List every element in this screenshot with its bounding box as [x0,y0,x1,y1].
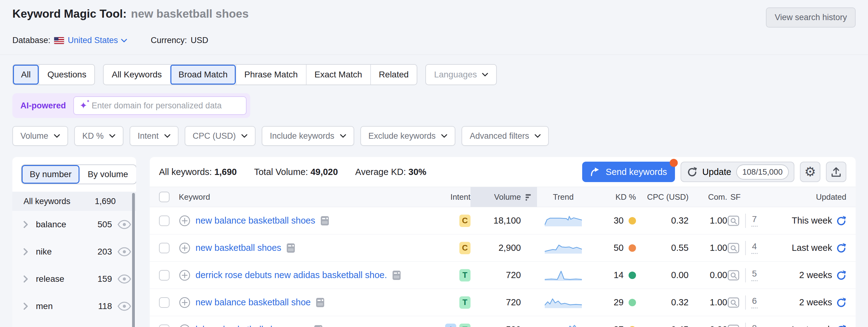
tab-all-keywords[interactable]: All Keywords [104,65,170,85]
stat-average-kd: Average KD: 30% [355,167,426,177]
trend-sparkline [545,297,582,308]
volume-value: 18,100 [470,216,537,226]
row-checkbox[interactable] [159,270,169,280]
serp-preview-button[interactable] [727,296,740,309]
tab-exact-match[interactable]: Exact Match [306,65,370,85]
keyword-link[interactable]: new balance basketball shoe [195,297,311,307]
row-checkbox[interactable] [159,297,169,308]
languages-label: Languages [434,70,477,80]
table-row: new basketball shoesC2,900500.551.004Las… [150,235,856,262]
filters-row: VolumeKD %IntentCPC (USD)Include keyword… [12,126,856,146]
column-cpc[interactable]: CPC (USD) [636,192,689,202]
keyword-link[interactable]: lebron basketball shoes new [195,325,309,327]
row-checkbox[interactable] [159,325,169,327]
column-keyword[interactable]: Keyword [179,192,430,202]
column-sf[interactable]: SF [727,192,774,202]
keyword-link[interactable]: derrick rose debuts new adidas basketbal… [195,270,387,280]
column-trend[interactable]: Trend [537,192,590,202]
filter-volume[interactable]: Volume [12,126,68,146]
chevron-down-icon [121,39,127,43]
column-intent[interactable]: Intent [430,192,470,202]
sf-count[interactable]: 4 [751,242,757,254]
serp-features-icon[interactable] [315,297,325,308]
serp-preview-button[interactable] [727,242,740,254]
add-keyword-icon[interactable] [179,324,191,327]
group-item-men[interactable]: men118 [12,293,136,320]
group-item-adidas[interactable]: adidas75 [12,320,136,327]
toggle-by-volume[interactable]: By volume [80,165,136,184]
add-keyword-icon[interactable] [179,297,191,308]
column-com[interactable]: Com. [689,192,727,202]
serp-features-icon[interactable] [392,270,401,280]
serp-features-icon[interactable] [314,325,323,327]
tab-questions[interactable]: Questions [39,65,94,85]
kd-difficulty-dot [628,272,636,279]
filter-cpc-usd[interactable]: CPC (USD) [185,126,256,146]
group-count: 159 [97,274,112,284]
update-button[interactable]: Update 108/15,000 [681,162,795,182]
add-keyword-icon[interactable] [179,215,191,227]
sidebar-scrollbar[interactable] [132,193,135,327]
filter-kd[interactable]: KD % [74,126,123,146]
all-keywords-row[interactable]: All keywords 1,690 [12,192,136,211]
select-all-checkbox[interactable] [159,192,169,202]
currency-value: USD [191,36,208,45]
filter-exclude-keywords[interactable]: Exclude keywords [361,126,456,146]
eye-icon[interactable] [118,302,131,311]
tab-phrase-match[interactable]: Phrase Match [236,65,306,85]
group-item-nike[interactable]: nike203 [12,238,136,265]
top-header: Keyword Magic Tool:new basketball shoes … [0,0,868,55]
group-item-release[interactable]: release159 [12,265,136,293]
column-kd[interactable]: KD % [590,192,636,202]
serp-features-icon[interactable] [286,243,296,253]
filter-label: CPC (USD) [193,131,236,141]
row-checkbox[interactable] [159,216,169,226]
refresh-icon[interactable] [836,270,846,280]
refresh-icon[interactable] [836,216,846,226]
serp-preview-button[interactable] [727,269,740,281]
group-item-balance[interactable]: balance505 [12,211,136,238]
tab-all[interactable]: All [13,65,39,85]
intent-badge-t: T [459,324,470,327]
toggle-by-number[interactable]: By number [22,165,80,184]
row-checkbox[interactable] [159,243,169,253]
filter-intent[interactable]: Intent [130,126,179,146]
database-selector[interactable]: United States [68,36,127,45]
eye-icon[interactable] [118,247,131,256]
filter-advanced-filters[interactable]: Advanced filters [462,126,549,146]
serp-preview-button[interactable] [727,215,740,227]
serp-features-icon[interactable] [320,216,330,226]
add-keyword-icon[interactable] [179,242,191,254]
question-filter-tabs: AllQuestions [12,64,95,85]
eye-icon[interactable] [118,274,131,284]
group-list: balance505nike203release159men118adidas7… [12,211,136,327]
keyword-link[interactable]: new balance basketball shoes [195,216,315,226]
refresh-icon[interactable] [836,297,846,308]
filter-include-keywords[interactable]: Include keywords [262,126,354,146]
tab-broad-match[interactable]: Broad Match [170,65,236,85]
serp-preview-button[interactable] [727,324,740,327]
eye-icon[interactable] [118,220,131,229]
send-keywords-button[interactable]: Send keywords [582,162,675,182]
refresh-icon[interactable] [836,243,846,253]
refresh-icon[interactable] [836,325,846,327]
chevron-down-icon [109,134,115,138]
intent-badge-i: I [445,324,456,327]
export-button[interactable] [826,162,846,182]
kd-difficulty-dot [628,299,636,306]
sf-count[interactable]: 8 [751,324,757,327]
view-search-history-button[interactable]: View search history [766,7,856,28]
add-keyword-icon[interactable] [179,269,191,281]
tab-related[interactable]: Related [370,65,417,85]
column-volume[interactable]: Volume [470,187,537,207]
domain-input[interactable] [92,101,240,111]
sf-count[interactable]: 5 [751,269,757,281]
column-updated[interactable]: Updated [774,192,846,202]
filter-label: Advanced filters [470,131,529,141]
languages-dropdown[interactable]: Languages [425,64,497,85]
settings-button[interactable]: ⚙ [800,162,820,182]
group-label: men [36,301,53,311]
keyword-link[interactable]: new basketball shoes [195,243,281,253]
sf-count[interactable]: 6 [751,296,757,308]
sf-count[interactable]: 7 [751,215,757,227]
